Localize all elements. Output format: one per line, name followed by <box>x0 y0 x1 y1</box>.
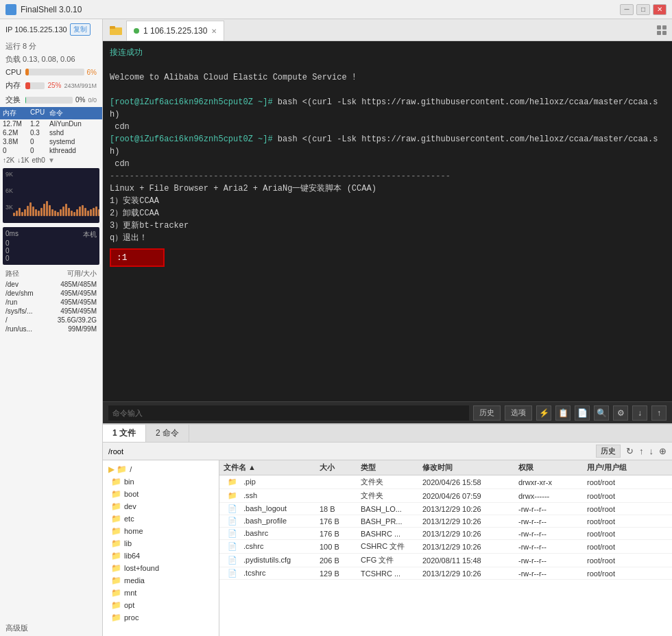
tree-item-etc[interactable]: 📁 etc <box>103 513 219 525</box>
file-list-row[interactable]: 📁 .pip 文件夹 2020/04/26 15:58 drwxr-xr-x r… <box>219 475 672 489</box>
folder-button[interactable] <box>106 19 126 40</box>
history-button[interactable]: 历史 <box>473 405 501 421</box>
tree-item-opt[interactable]: 📁 opt <box>103 599 219 611</box>
tree-item-root[interactable]: ▶ 📁 / <box>103 463 219 475</box>
tree-item-media[interactable]: 📁 media <box>103 574 219 587</box>
copy-ip-button[interactable]: 复制 <box>70 23 91 36</box>
file-list-row[interactable]: 📄 .bashrc 176 B BASHRC ... 2013/12/29 10… <box>219 528 672 540</box>
file-perm: drwxr-xr-x <box>514 478 583 486</box>
tree-item-home[interactable]: 📁 home <box>103 525 219 537</box>
path-history-button[interactable]: 历史 <box>596 445 621 458</box>
file-list-row[interactable]: 📄 .tcshrc 129 B TCSHRC ... 2013/12/29 10… <box>219 567 672 580</box>
minimize-button[interactable]: ─ <box>620 4 634 15</box>
file-tree: ▶ 📁 / 📁 bin 📁 boot 📁 dev <box>103 460 219 636</box>
file-list-row[interactable]: 📄 .cshrc 100 B CSHRC 文件 2013/12/29 10:26… <box>219 540 672 554</box>
file-name: 📄 .pydistutils.cfg <box>219 556 315 565</box>
file-owner: root/root <box>583 530 645 538</box>
new-folder-icon[interactable]: ⊕ <box>659 446 667 456</box>
tree-item-bin[interactable]: 📁 bin <box>103 475 219 488</box>
tree-item-lib64[interactable]: 📁 lib64 <box>103 550 219 562</box>
tree-item-mnt[interactable]: 📁 mnt <box>103 587 219 599</box>
server-ip-section: IP 106.15.225.130 复制 <box>0 19 102 40</box>
graph-bar <box>27 206 29 216</box>
cpu-value: 6% <box>87 69 97 76</box>
upload-icon-button[interactable]: ↑ <box>651 405 667 421</box>
file-mtime: 2013/12/29 10:26 <box>418 517 514 526</box>
settings-icon-button[interactable]: ⚙ <box>613 405 628 421</box>
terminal-divider: ----------------------------------------… <box>110 170 665 182</box>
tab-close-button[interactable]: ✕ <box>211 27 217 35</box>
terminal-tab[interactable]: 1 106.15.225.130 ✕ <box>126 21 224 40</box>
tree-item-label-mnt: mnt <box>124 589 136 597</box>
terminal-welcome: Welcome to Alibaba Cloud Elastic Compute… <box>110 71 665 84</box>
file-perm: -rw-r--r-- <box>514 517 583 526</box>
screenshot-icon-button[interactable]: 📄 <box>575 405 590 421</box>
file-name: 📄 .tcshrc <box>219 569 315 578</box>
tabbar: 1 106.15.225.130 ✕ <box>103 19 672 41</box>
file-list-header: 文件名 ▲ 大小 类型 修改时间 权限 用户/用户组 <box>219 460 672 475</box>
tree-item-label-proc: proc <box>124 613 139 622</box>
tree-item-proc[interactable]: 📁 proc <box>103 611 219 624</box>
process-cpu: 0.3 <box>27 129 47 137</box>
disk-path: / <box>5 316 43 324</box>
download-icon-button[interactable]: ↓ <box>632 405 647 421</box>
file-type-icon: 📄 <box>224 517 241 525</box>
tree-item-lost-found[interactable]: 📁 lost+found <box>103 562 219 574</box>
folder-icon-proc: 📁 <box>111 613 121 622</box>
file-owner: root/root <box>583 492 645 500</box>
net-interface-label: eth0 <box>32 156 45 164</box>
grid-view-button[interactable] <box>651 19 672 40</box>
copy-icon-button[interactable]: 📋 <box>555 405 571 421</box>
file-list-row[interactable]: 📄 .bash_logout 18 B BASH_LO... 2013/12/2… <box>219 503 672 515</box>
file-owner: root/root <box>583 517 645 526</box>
file-type: 文件夹 <box>357 491 418 501</box>
tree-item-label-boot: boot <box>124 490 139 498</box>
graph-bar <box>73 212 75 216</box>
search-icon-button[interactable]: 🔍 <box>594 405 609 421</box>
maximize-button[interactable]: □ <box>636 4 650 15</box>
graph-bar <box>84 208 86 216</box>
tree-item-label-bin: bin <box>124 478 134 486</box>
tree-item-boot[interactable]: 📁 boot <box>103 488 219 500</box>
file-perm: -rw-r--r-- <box>514 530 583 538</box>
commands-tab[interactable]: 2 命令 <box>146 425 189 442</box>
folder-icon-lib: 📁 <box>111 539 121 548</box>
file-list-row[interactable]: 📁 .ssh 文件夹 2020/04/26 07:59 drwx------ r… <box>219 489 672 503</box>
net-dropdown-icon[interactable]: ▼ <box>48 156 55 164</box>
process-cpu: 0 <box>27 138 47 145</box>
file-type: 文件夹 <box>357 477 418 487</box>
file-list-row[interactable]: 📄 .bash_profile 176 B BASH_PR... 2013/12… <box>219 515 672 528</box>
close-button[interactable]: ✕ <box>653 4 667 15</box>
file-type: BASH_PR... <box>357 517 418 526</box>
graph-bar <box>71 211 73 216</box>
disk-row: /dev485M/485M <box>5 280 97 289</box>
lightning-button[interactable]: ⚡ <box>536 405 551 421</box>
swap-detail: 0/0 <box>88 97 97 104</box>
options-button[interactable]: 选项 <box>505 405 532 421</box>
server-uptime: 运行 8 分 <box>0 40 102 53</box>
folder-icon-dev: 📁 <box>111 502 121 511</box>
command-input[interactable] <box>108 405 469 421</box>
refresh-icon[interactable]: ↻ <box>626 446 634 456</box>
mem-col-header: 内存 <box>0 108 27 118</box>
tree-item-lib[interactable]: 📁 lib <box>103 537 219 550</box>
tabbar-spacer <box>224 19 651 40</box>
files-tab[interactable]: 1 文件 <box>103 425 146 442</box>
cpu-progress-bar <box>25 69 84 75</box>
upload-files-icon[interactable]: ↑ <box>639 446 644 456</box>
disk-row: /35.6G/39.2G <box>5 316 97 325</box>
download-files-icon[interactable]: ↓ <box>649 446 654 456</box>
col-type-header: 类型 <box>357 462 418 473</box>
file-mtime: 2013/12/29 10:26 <box>418 530 514 538</box>
file-type-icon: 📄 <box>224 569 241 577</box>
net-up-label: ↑2K <box>3 156 14 164</box>
disk-table: /dev485M/485M/dev/shm495M/495M/run495M/4… <box>5 280 97 333</box>
disk-path: /sys/fs/... <box>5 307 43 315</box>
process-mem: 6.2M <box>0 129 27 137</box>
graph-bar <box>49 205 51 216</box>
terminal-toolbar: 历史 选项 ⚡ 📋 📄 🔍 ⚙ ↓ ↑ <box>103 401 672 423</box>
tree-item-dev[interactable]: 📁 dev <box>103 500 219 513</box>
terminal-vim-input[interactable]: :1 <box>110 248 165 267</box>
file-list-row[interactable]: 📄 .pydistutils.cfg 206 B CFG 文件 2020/08/… <box>219 554 672 567</box>
grid-icon <box>657 25 667 35</box>
